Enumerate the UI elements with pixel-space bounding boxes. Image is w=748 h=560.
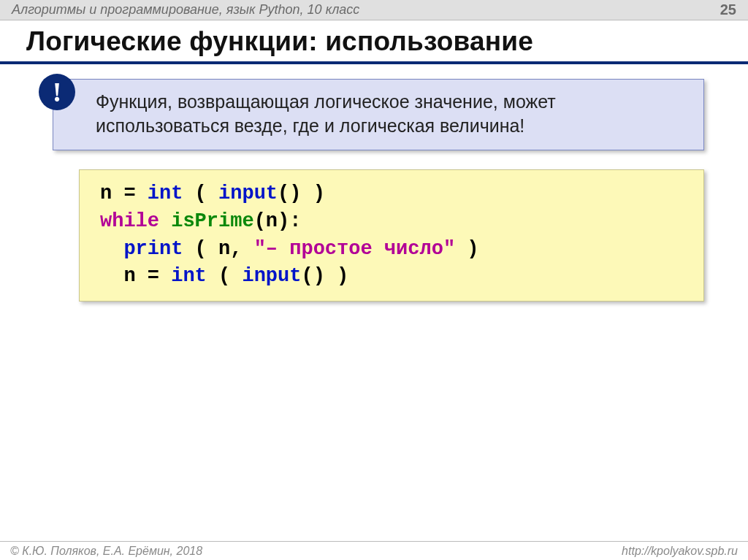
content: ! Функция, возвращающая логическое значе… — [0, 64, 748, 302]
footer-bar: © К.Ю. Поляков, Е.А. Ерёмин, 2018 http:/… — [0, 541, 748, 560]
exclamation-badge-icon: ! — [39, 74, 75, 110]
page-number: 25 — [720, 1, 736, 18]
title-block: Логические функции: использование — [0, 20, 748, 64]
copyright: © К.Ю. Поляков, Е.А. Ерёмин, 2018 — [10, 545, 202, 558]
course-title: Алгоритмы и программирование, язык Pytho… — [12, 2, 359, 18]
header-bar: Алгоритмы и программирование, язык Pytho… — [0, 0, 748, 20]
code-block: n = int ( input() ) while isPrime(n): pr… — [79, 169, 704, 302]
footer-url: http://kpolyakov.spb.ru — [622, 545, 738, 558]
code-listing: n = int ( input() ) while isPrime(n): pr… — [100, 180, 683, 291]
slide-title: Логические функции: использование — [26, 26, 722, 57]
info-callout: ! Функция, возвращающая логическое значе… — [53, 79, 704, 150]
info-callout-text: Функция, возвращающая логическое значени… — [96, 91, 556, 136]
